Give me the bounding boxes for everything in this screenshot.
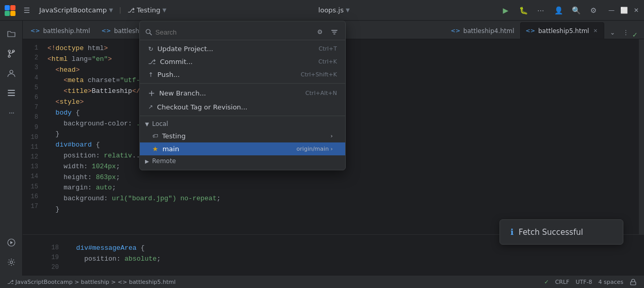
- branch-item-main[interactable]: ★ main origin/main ›: [140, 142, 345, 155]
- sidebar-item-users[interactable]: [2, 64, 21, 83]
- status-indent-label: 4 spaces: [599, 279, 624, 285]
- tab-battleship4[interactable]: <> battleship4.html: [445, 22, 520, 39]
- svg-rect-3: [10, 11, 15, 16]
- menu-label: Checkout Tag or Revision...: [157, 103, 247, 111]
- shortcut-update: Ctrl+T: [318, 45, 337, 52]
- status-check-icon: ✓: [544, 279, 549, 285]
- tab-battleship1[interactable]: <> battleship.html: [25, 22, 96, 39]
- status-charset[interactable]: UTF-8: [573, 276, 594, 288]
- checkout-icon: ↗: [148, 104, 153, 110]
- remote-section-header[interactable]: ▶ Remote: [140, 155, 345, 167]
- search-input[interactable]: [155, 28, 311, 36]
- tab-label: battleship.html: [43, 27, 90, 35]
- current-file: loops.js ▼: [318, 6, 350, 14]
- status-encoding-label: CRLF: [555, 279, 570, 285]
- branch-name: Testing: [162, 132, 186, 140]
- star-icon: ★: [152, 145, 158, 153]
- push-icon: ↑: [148, 71, 153, 78]
- dropdown-settings-icon[interactable]: ⚙: [314, 26, 326, 38]
- menu-item-commit[interactable]: ⎇ Commit... Ctrl+K: [140, 55, 345, 68]
- menu-item-update[interactable]: ↻ Update Project... Ctrl+T: [140, 42, 345, 55]
- branch-selector[interactable]: ⎇ Testing ▼: [124, 5, 169, 15]
- sidebar-item-run[interactable]: [2, 233, 21, 252]
- search-icon[interactable]: 🔍: [569, 3, 583, 18]
- update-icon: ↻: [148, 45, 153, 53]
- branch-chevron: ▼: [163, 7, 167, 13]
- svg-rect-17: [332, 32, 336, 33]
- svg-point-7: [10, 70, 13, 73]
- info-icon: ℹ: [510, 227, 513, 237]
- svg-point-5: [8, 55, 10, 57]
- section-chevron: ▼: [145, 121, 149, 127]
- svg-rect-0: [5, 5, 10, 10]
- dropdown-header: ⚙: [140, 24, 345, 40]
- file-name: loops.js: [318, 6, 344, 14]
- tab-split-button[interactable]: ⋮: [620, 26, 632, 39]
- sidebar-item-vcs[interactable]: [2, 44, 21, 63]
- minimize-button[interactable]: —: [608, 7, 615, 14]
- svg-point-14: [146, 29, 150, 34]
- status-encoding[interactable]: CRLF: [553, 276, 572, 288]
- tab-list-button[interactable]: ⌄: [606, 26, 619, 39]
- svg-rect-9: [8, 92, 15, 93]
- debug-button[interactable]: 🐛: [516, 3, 530, 18]
- shortcut-push: Ctrl+Shift+K: [301, 71, 337, 78]
- status-indent[interactable]: 4 spaces: [597, 276, 626, 288]
- status-check-item[interactable]: ✓: [542, 276, 551, 288]
- account-icon[interactable]: 👤: [551, 3, 566, 18]
- scrollbar[interactable]: [639, 39, 644, 234]
- menu-label: New Branch...: [159, 89, 206, 97]
- restore-button[interactable]: ⬜: [620, 7, 627, 14]
- status-path: JavaScriptBootcamp > battleship > <> bat…: [15, 279, 176, 285]
- svg-rect-16: [331, 30, 337, 31]
- sidebar-item-more[interactable]: ···: [2, 103, 21, 122]
- svg-line-15: [150, 33, 152, 35]
- divider: [140, 83, 345, 84]
- tab-icon: <>: [526, 27, 535, 34]
- menu-item-checkout[interactable]: ↗ Checkout Tag or Revision...: [140, 101, 345, 114]
- sidebar-item-folder[interactable]: [2, 25, 21, 43]
- sidebar-item-structure[interactable]: [2, 84, 21, 102]
- fetch-notification: ℹ Fetch Successful: [500, 219, 623, 245]
- branch-icon: ⎇: [127, 7, 135, 14]
- hamburger-icon[interactable]: ☰: [20, 3, 34, 18]
- dropdown-filter-icon[interactable]: [329, 26, 340, 38]
- tab-label: battleship5.html: [538, 27, 589, 35]
- close-button[interactable]: ✕: [633, 7, 640, 14]
- tab-icon: <>: [30, 27, 40, 34]
- status-git-icon: ⎇: [7, 279, 14, 285]
- local-section-header[interactable]: ▼ Local: [140, 118, 345, 130]
- line-numbers: 1 2 3 4 5 6 7 8 9 10 11 12 13 14 15 16 1: [23, 39, 43, 234]
- svg-rect-10: [8, 95, 15, 96]
- bottom-line-numbers: 18 19 20: [43, 239, 64, 277]
- activity-bar: ···: [0, 21, 23, 276]
- sidebar-item-settings[interactable]: [2, 253, 21, 271]
- divider2: [140, 116, 345, 116]
- tab-label: battleship4.html: [463, 27, 514, 35]
- status-bar: ⎇ JavaScriptBootcamp > battleship > <> b…: [0, 276, 644, 288]
- tab-close-button[interactable]: ✕: [592, 27, 599, 34]
- svg-point-12: [10, 261, 12, 264]
- menu-label: Push...: [157, 71, 180, 78]
- menu-item-new-branch[interactable]: + New Branch... Ctrl+Alt+N: [140, 86, 345, 101]
- branch-dropdown: ⚙ ↻ Update Project... Ctrl+T ⎇ Commit...…: [139, 21, 346, 170]
- run-button[interactable]: ▶: [498, 3, 513, 18]
- svg-rect-18: [333, 34, 335, 35]
- branch-chevron: ›: [331, 133, 333, 139]
- branch-origin: origin/main ›: [297, 146, 333, 152]
- tab-battleship5[interactable]: <> battleship5.html ✕: [520, 22, 605, 39]
- branch-item-testing[interactable]: 🏷 Testing ›: [140, 130, 345, 142]
- commit-icon: ⎇: [148, 58, 156, 66]
- status-branch[interactable]: ⎇ JavaScriptBootcamp > battleship > <> b…: [5, 276, 178, 288]
- project-selector[interactable]: JavaScriptBootcamp ▼: [36, 5, 116, 15]
- svg-rect-8: [8, 90, 15, 91]
- file-chevron: ▼: [346, 7, 350, 13]
- status-lock-icon[interactable]: [627, 276, 639, 288]
- tab-actions: ⌄ ⋮: [604, 26, 632, 39]
- titlebar: ☰ JavaScriptBootcamp ▼ | ⎇ Testing ▼ loo…: [0, 0, 644, 21]
- section-label: Remote: [152, 157, 176, 165]
- menu-item-push[interactable]: ↑ Push... Ctrl+Shift+K: [140, 68, 345, 81]
- more-options-button[interactable]: ⋯: [534, 3, 548, 18]
- branch-name: Testing: [137, 6, 160, 14]
- settings-icon[interactable]: ⚙: [586, 3, 601, 18]
